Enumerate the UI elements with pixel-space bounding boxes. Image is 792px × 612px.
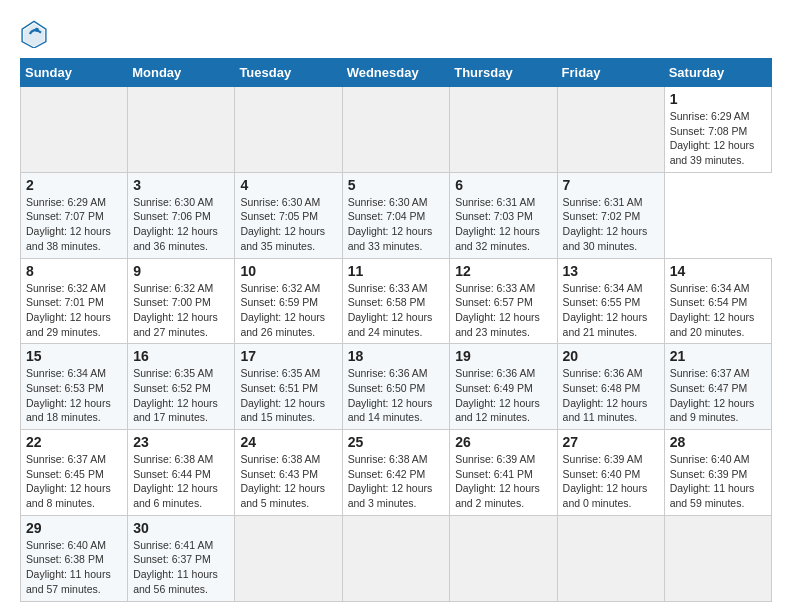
logo bbox=[20, 20, 52, 48]
day-info: Sunrise: 6:38 AM Sunset: 6:44 PM Dayligh… bbox=[133, 452, 229, 511]
page-header bbox=[20, 20, 772, 48]
day-number: 24 bbox=[240, 434, 336, 450]
calendar-week-row: 2 Sunrise: 6:29 AM Sunset: 7:07 PM Dayli… bbox=[21, 172, 772, 258]
day-number: 10 bbox=[240, 263, 336, 279]
calendar-cell-day-7: 7 Sunrise: 6:31 AM Sunset: 7:02 PM Dayli… bbox=[557, 172, 664, 258]
day-number: 17 bbox=[240, 348, 336, 364]
calendar-cell-day-29: 29 Sunrise: 6:40 AM Sunset: 6:38 PM Dayl… bbox=[21, 515, 128, 601]
day-info: Sunrise: 6:29 AM Sunset: 7:08 PM Dayligh… bbox=[670, 109, 766, 168]
calendar-cell-empty bbox=[557, 87, 664, 173]
day-info: Sunrise: 6:39 AM Sunset: 6:40 PM Dayligh… bbox=[563, 452, 659, 511]
day-number: 30 bbox=[133, 520, 229, 536]
calendar-cell-day-3: 3 Sunrise: 6:30 AM Sunset: 7:06 PM Dayli… bbox=[128, 172, 235, 258]
calendar-cell-day-1: 1 Sunrise: 6:29 AM Sunset: 7:08 PM Dayli… bbox=[664, 87, 771, 173]
calendar-cell-day-8: 8 Sunrise: 6:32 AM Sunset: 7:01 PM Dayli… bbox=[21, 258, 128, 344]
day-number: 4 bbox=[240, 177, 336, 193]
day-number: 27 bbox=[563, 434, 659, 450]
calendar-cell-day-11: 11 Sunrise: 6:33 AM Sunset: 6:58 PM Dayl… bbox=[342, 258, 450, 344]
weekday-header-thursday: Thursday bbox=[450, 59, 557, 87]
calendar-cell-day-10: 10 Sunrise: 6:32 AM Sunset: 6:59 PM Dayl… bbox=[235, 258, 342, 344]
day-number: 8 bbox=[26, 263, 122, 279]
calendar-cell-empty bbox=[664, 515, 771, 601]
calendar-cell-day-20: 20 Sunrise: 6:36 AM Sunset: 6:48 PM Dayl… bbox=[557, 344, 664, 430]
calendar-cell-empty bbox=[342, 87, 450, 173]
day-number: 15 bbox=[26, 348, 122, 364]
day-info: Sunrise: 6:30 AM Sunset: 7:06 PM Dayligh… bbox=[133, 195, 229, 254]
calendar-cell-empty bbox=[235, 87, 342, 173]
calendar-cell-day-15: 15 Sunrise: 6:34 AM Sunset: 6:53 PM Dayl… bbox=[21, 344, 128, 430]
calendar-week-row: 8 Sunrise: 6:32 AM Sunset: 7:01 PM Dayli… bbox=[21, 258, 772, 344]
calendar-week-row: 15 Sunrise: 6:34 AM Sunset: 6:53 PM Dayl… bbox=[21, 344, 772, 430]
day-number: 21 bbox=[670, 348, 766, 364]
day-number: 20 bbox=[563, 348, 659, 364]
day-info: Sunrise: 6:40 AM Sunset: 6:39 PM Dayligh… bbox=[670, 452, 766, 511]
calendar-cell-day-4: 4 Sunrise: 6:30 AM Sunset: 7:05 PM Dayli… bbox=[235, 172, 342, 258]
day-number: 3 bbox=[133, 177, 229, 193]
day-info: Sunrise: 6:34 AM Sunset: 6:55 PM Dayligh… bbox=[563, 281, 659, 340]
calendar-cell-day-5: 5 Sunrise: 6:30 AM Sunset: 7:04 PM Dayli… bbox=[342, 172, 450, 258]
calendar-table: SundayMondayTuesdayWednesdayThursdayFrid… bbox=[20, 58, 772, 602]
calendar-cell-day-28: 28 Sunrise: 6:40 AM Sunset: 6:39 PM Dayl… bbox=[664, 430, 771, 516]
day-info: Sunrise: 6:32 AM Sunset: 6:59 PM Dayligh… bbox=[240, 281, 336, 340]
calendar-cell-day-2: 2 Sunrise: 6:29 AM Sunset: 7:07 PM Dayli… bbox=[21, 172, 128, 258]
calendar-cell-day-30: 30 Sunrise: 6:41 AM Sunset: 6:37 PM Dayl… bbox=[128, 515, 235, 601]
calendar-week-row: 22 Sunrise: 6:37 AM Sunset: 6:45 PM Dayl… bbox=[21, 430, 772, 516]
calendar-cell-day-9: 9 Sunrise: 6:32 AM Sunset: 7:00 PM Dayli… bbox=[128, 258, 235, 344]
calendar-cell-day-6: 6 Sunrise: 6:31 AM Sunset: 7:03 PM Dayli… bbox=[450, 172, 557, 258]
day-number: 29 bbox=[26, 520, 122, 536]
calendar-cell-day-18: 18 Sunrise: 6:36 AM Sunset: 6:50 PM Dayl… bbox=[342, 344, 450, 430]
day-number: 1 bbox=[670, 91, 766, 107]
day-number: 16 bbox=[133, 348, 229, 364]
day-info: Sunrise: 6:34 AM Sunset: 6:53 PM Dayligh… bbox=[26, 366, 122, 425]
calendar-cell-empty bbox=[21, 87, 128, 173]
day-number: 13 bbox=[563, 263, 659, 279]
day-info: Sunrise: 6:34 AM Sunset: 6:54 PM Dayligh… bbox=[670, 281, 766, 340]
day-number: 14 bbox=[670, 263, 766, 279]
svg-point-2 bbox=[35, 28, 39, 32]
day-info: Sunrise: 6:33 AM Sunset: 6:58 PM Dayligh… bbox=[348, 281, 445, 340]
day-info: Sunrise: 6:29 AM Sunset: 7:07 PM Dayligh… bbox=[26, 195, 122, 254]
day-number: 12 bbox=[455, 263, 551, 279]
weekday-header-wednesday: Wednesday bbox=[342, 59, 450, 87]
day-info: Sunrise: 6:35 AM Sunset: 6:51 PM Dayligh… bbox=[240, 366, 336, 425]
calendar-cell-day-23: 23 Sunrise: 6:38 AM Sunset: 6:44 PM Dayl… bbox=[128, 430, 235, 516]
day-info: Sunrise: 6:39 AM Sunset: 6:41 PM Dayligh… bbox=[455, 452, 551, 511]
day-info: Sunrise: 6:33 AM Sunset: 6:57 PM Dayligh… bbox=[455, 281, 551, 340]
calendar-cell-empty bbox=[450, 515, 557, 601]
day-info: Sunrise: 6:38 AM Sunset: 6:43 PM Dayligh… bbox=[240, 452, 336, 511]
calendar-cell-day-27: 27 Sunrise: 6:39 AM Sunset: 6:40 PM Dayl… bbox=[557, 430, 664, 516]
day-number: 5 bbox=[348, 177, 445, 193]
calendar-cell-empty bbox=[557, 515, 664, 601]
day-number: 25 bbox=[348, 434, 445, 450]
weekday-header-monday: Monday bbox=[128, 59, 235, 87]
calendar-cell-day-25: 25 Sunrise: 6:38 AM Sunset: 6:42 PM Dayl… bbox=[342, 430, 450, 516]
calendar-cell-day-24: 24 Sunrise: 6:38 AM Sunset: 6:43 PM Dayl… bbox=[235, 430, 342, 516]
calendar-cell-empty bbox=[235, 515, 342, 601]
day-info: Sunrise: 6:30 AM Sunset: 7:05 PM Dayligh… bbox=[240, 195, 336, 254]
calendar-cell-empty bbox=[450, 87, 557, 173]
weekday-header-row: SundayMondayTuesdayWednesdayThursdayFrid… bbox=[21, 59, 772, 87]
day-number: 26 bbox=[455, 434, 551, 450]
day-info: Sunrise: 6:40 AM Sunset: 6:38 PM Dayligh… bbox=[26, 538, 122, 597]
day-number: 28 bbox=[670, 434, 766, 450]
calendar-cell-day-21: 21 Sunrise: 6:37 AM Sunset: 6:47 PM Dayl… bbox=[664, 344, 771, 430]
calendar-week-row: 1 Sunrise: 6:29 AM Sunset: 7:08 PM Dayli… bbox=[21, 87, 772, 173]
calendar-week-row: 29 Sunrise: 6:40 AM Sunset: 6:38 PM Dayl… bbox=[21, 515, 772, 601]
day-number: 6 bbox=[455, 177, 551, 193]
day-info: Sunrise: 6:36 AM Sunset: 6:49 PM Dayligh… bbox=[455, 366, 551, 425]
day-info: Sunrise: 6:32 AM Sunset: 7:00 PM Dayligh… bbox=[133, 281, 229, 340]
day-info: Sunrise: 6:37 AM Sunset: 6:45 PM Dayligh… bbox=[26, 452, 122, 511]
day-number: 9 bbox=[133, 263, 229, 279]
day-number: 22 bbox=[26, 434, 122, 450]
calendar-cell-empty bbox=[128, 87, 235, 173]
day-number: 7 bbox=[563, 177, 659, 193]
calendar-cell-day-19: 19 Sunrise: 6:36 AM Sunset: 6:49 PM Dayl… bbox=[450, 344, 557, 430]
day-info: Sunrise: 6:41 AM Sunset: 6:37 PM Dayligh… bbox=[133, 538, 229, 597]
day-number: 23 bbox=[133, 434, 229, 450]
calendar-cell-day-17: 17 Sunrise: 6:35 AM Sunset: 6:51 PM Dayl… bbox=[235, 344, 342, 430]
day-number: 11 bbox=[348, 263, 445, 279]
day-number: 19 bbox=[455, 348, 551, 364]
day-info: Sunrise: 6:31 AM Sunset: 7:02 PM Dayligh… bbox=[563, 195, 659, 254]
calendar-cell-day-13: 13 Sunrise: 6:34 AM Sunset: 6:55 PM Dayl… bbox=[557, 258, 664, 344]
weekday-header-tuesday: Tuesday bbox=[235, 59, 342, 87]
